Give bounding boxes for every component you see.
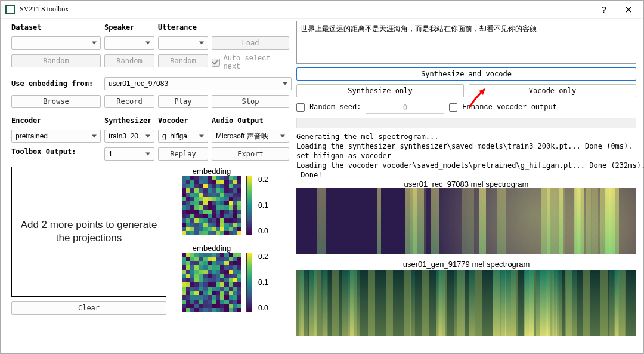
embedding1-ticks: 0.20.10.0 [257,176,268,235]
content-area: Dataset Speaker Utterance Load Random Ra… [1,20,643,353]
embedding2-colorbar [246,253,252,312]
toolbox-output-select[interactable]: 1 [104,147,154,161]
random-dataset-button[interactable]: Random [11,54,101,67]
dataset-select[interactable] [11,36,101,50]
use-embedding-select[interactable]: user01_rec_97083 [104,77,292,90]
projection-panel: Add 2 more points to generate the projec… [11,167,166,297]
random-seed-label: Random seed: [309,103,361,112]
record-button[interactable]: Record [104,95,154,108]
toolbox-output-label: Toolbox Output: [11,147,101,161]
replay-button[interactable]: Replay [158,147,208,161]
use-embedding-label: Use embedding from: [11,79,101,88]
embedding1-heatmap [182,176,242,235]
utterance-select[interactable] [158,36,208,50]
embedding2-heatmap [182,253,242,312]
mel-spectrogram-1 [296,188,636,254]
embeddings-column: embedding 0.20.10.0 embedding 0.20.10. [182,167,268,315]
encoder-select[interactable]: pretrained [11,130,101,143]
label-vocoder: Vocoder [158,116,208,125]
mel-spectrogram-2 [296,270,636,336]
log-output: Generating the mel spectrogram... Loadin… [296,132,636,180]
label-synthesizer: Synthesizer [104,116,154,125]
speaker-select[interactable] [104,36,154,50]
help-button[interactable]: ? [593,1,615,19]
app-icon [5,5,15,14]
annotation-arrow-icon [465,85,493,111]
progress-bar [296,118,636,128]
label-utterance: Utterance [158,23,208,32]
label-audio-output: Audio Output [212,116,289,125]
random-utterance-button[interactable]: Random [158,54,208,67]
auto-select-next-label: Auto select next [224,54,290,71]
window-title: SV2TTS toolbox [20,5,593,14]
app-window: SV2TTS toolbox ? Dataset Speaker Utteran… [0,0,644,354]
vocode-only-button[interactable]: Vocode only [469,84,636,97]
synthesize-only-button[interactable]: Synthesize only [296,84,464,97]
load-button[interactable]: Load [212,36,289,50]
audio-output-select[interactable]: Microsoft 声音映 [212,130,289,143]
play-button[interactable]: Play [158,95,208,108]
label-dataset: Dataset [11,23,101,32]
use-embedding-value: user01_rec_97083 [109,79,168,88]
export-button[interactable]: Export [212,147,289,161]
label-encoder: Encoder [11,116,101,125]
auto-select-next-checkbox[interactable] [212,59,220,67]
stop-button[interactable]: Stop [212,95,289,108]
synthesize-and-vocode-button[interactable]: Synthesize and vocode [296,67,636,81]
input-text-area[interactable]: 世界上最遥远的距离不是天涯海角，而是我站在你面前，却看不见你的容颜 [296,21,636,64]
synthesizer-select[interactable]: train3_20 [104,130,154,143]
spec1-title: user01_rec_97083 mel spectrogram [296,180,636,188]
random-seed-checkbox[interactable] [296,103,305,112]
clear-button[interactable]: Clear [11,301,166,315]
right-panel: 世界上最遥远的距离不是天涯海角，而是我站在你面前，却看不见你的容颜 Synthe… [296,21,636,336]
browse-button[interactable]: Browse [11,95,101,108]
label-speaker: Speaker [104,23,154,32]
random-seed-input[interactable]: 0 [366,101,444,114]
spec2-title: user01_gen_91779 mel spectrogram [296,260,636,270]
vocoder-select[interactable]: g_hifiga [158,130,208,143]
embedding2-title: embedding [182,244,242,253]
left-panel: Dataset Speaker Utterance Load Random Ra… [11,21,292,315]
projection-message: Add 2 more points to generate the projec… [18,218,160,245]
close-button[interactable] [615,1,642,19]
random-speaker-button[interactable]: Random [104,54,154,67]
embedding1-colorbar [246,176,252,235]
enhance-vocoder-checkbox[interactable] [449,103,457,112]
embedding1-title: embedding [182,167,242,176]
embedding2-ticks: 0.20.10.0 [257,253,268,312]
input-text-value: 世界上最遥远的距离不是天涯海角，而是我站在你面前，却看不见你的容颜 [301,24,537,33]
title-bar: SV2TTS toolbox ? [1,1,643,19]
